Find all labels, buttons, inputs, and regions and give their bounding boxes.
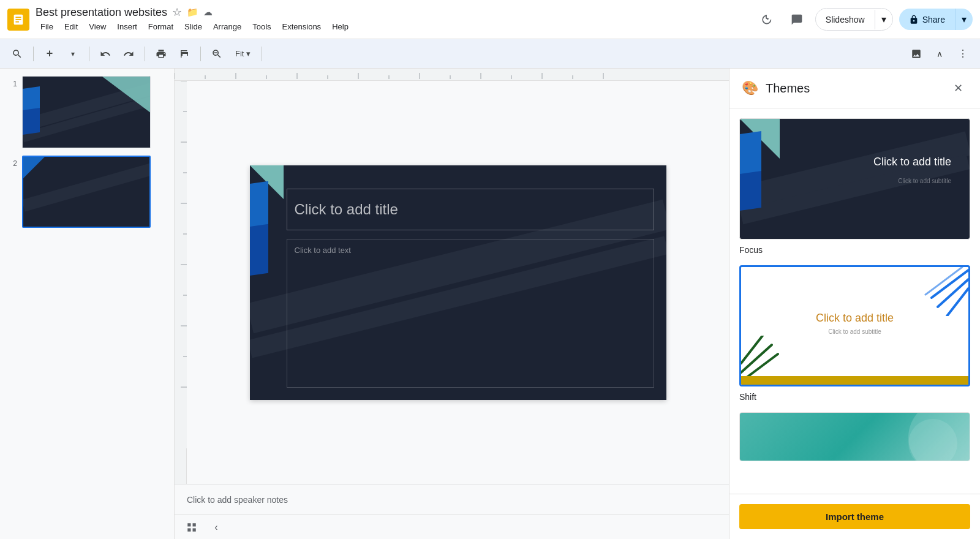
header: Best presentation websites ☆ 📁 ☁ File Ed… <box>0 0 980 39</box>
separator-2 <box>89 47 89 61</box>
star-icon[interactable]: ☆ <box>172 6 182 19</box>
collapse-button[interactable]: ∧ <box>930 44 949 64</box>
menu-view[interactable]: View <box>84 20 111 33</box>
header-right: Slideshow ▾ Share ▾ <box>754 7 973 32</box>
notes-bar[interactable]: Click to add speaker notes <box>175 484 729 514</box>
slide-canvas[interactable]: Click to add title Click to add text <box>250 165 666 400</box>
zoom-selector[interactable]: Fit ▾ <box>230 47 255 61</box>
menu-file[interactable]: File <box>36 20 58 33</box>
doc-title: Best presentation websites ☆ 📁 ☁ <box>36 6 353 19</box>
grid-view-button[interactable] <box>182 518 202 537</box>
share-button-group: Share ▾ <box>899 9 973 30</box>
theme-item-focus[interactable]: Click to add title Click to add subtitle… <box>739 118 970 255</box>
zoom-label: Fit <box>235 49 244 58</box>
menu-format[interactable]: Format <box>143 20 178 33</box>
zoom-dropdown-button[interactable]: ▾ <box>63 44 83 64</box>
themes-header: 🎨 Themes ✕ <box>729 69 980 108</box>
app-icon <box>7 9 29 31</box>
slideshow-button-group: Slideshow ▾ <box>815 8 893 31</box>
themes-title: Themes <box>766 81 941 96</box>
slide-title-box[interactable]: Click to add title <box>287 189 654 230</box>
ruler-vertical <box>175 81 187 484</box>
paint-format-button[interactable] <box>175 44 194 64</box>
undo-button[interactable] <box>96 44 115 64</box>
menu-help[interactable]: Help <box>327 20 353 33</box>
menu-tools[interactable]: Tools <box>247 20 276 33</box>
separator-3 <box>145 47 145 61</box>
slide-title-text: Click to add title <box>295 201 398 218</box>
themes-panel: 🎨 Themes ✕ <box>729 69 980 539</box>
toolbar: + ▾ Fit ▾ ∧ ⋮ <box>0 39 980 69</box>
notes-text: Click to add speaker notes <box>187 495 288 505</box>
slideshow-main-button[interactable]: Slideshow <box>816 10 875 29</box>
bottom-bar: ‹ <box>175 514 729 539</box>
insert-image-button[interactable] <box>907 44 926 64</box>
zoom-out-button[interactable] <box>207 44 227 64</box>
menu-arrange[interactable]: Arrange <box>208 20 246 33</box>
svg-rect-10 <box>23 108 40 135</box>
svg-rect-47 <box>250 224 268 275</box>
focus-theme-subtitle: Click to add subtitle <box>898 178 951 184</box>
slide-body-text: Click to add text <box>295 246 352 255</box>
themes-close-button[interactable]: ✕ <box>948 78 968 98</box>
theme-preview-coral <box>739 412 970 461</box>
themes-footer: Import theme <box>729 494 980 539</box>
theme-preview-focus: Click to add title Click to add subtitle <box>739 118 970 239</box>
slide-num-2: 2 <box>6 156 17 168</box>
ruler-horizontal <box>175 69 729 81</box>
menu-bar: File Edit View Insert Format Slide Arran… <box>36 20 353 33</box>
search-button[interactable] <box>7 44 27 64</box>
share-label: Share <box>922 15 945 24</box>
slide-preview-1[interactable] <box>22 76 151 148</box>
theme-item-shift[interactable]: Click to add title Click to add subtitle… <box>739 265 970 402</box>
slide-thumbnail-2[interactable]: 2 <box>5 154 169 229</box>
theme-preview-shift: Click to add title Click to add subtitle <box>739 265 970 386</box>
separator-1 <box>33 47 34 61</box>
share-main-button[interactable]: Share <box>899 10 955 29</box>
focus-theme-title: Click to add title <box>873 156 951 168</box>
slide-canvas-area: Click to add title Click to add text Cli… <box>175 69 729 539</box>
themes-list: Click to add title Click to add subtitle… <box>729 108 980 494</box>
zoom-in-button[interactable]: + <box>40 44 59 64</box>
zoom-arrow-icon: ▾ <box>246 49 251 58</box>
main-content: 1 2 <box>0 69 980 539</box>
slide-panel: 1 2 <box>0 69 175 539</box>
focus-theme-name: Focus <box>739 245 763 255</box>
slideshow-dropdown-button[interactable]: ▾ <box>875 9 892 30</box>
separator-5 <box>262 47 262 61</box>
svg-rect-3 <box>15 21 19 22</box>
menu-edit[interactable]: Edit <box>59 20 83 33</box>
slide-thumbnail-1[interactable]: 1 <box>5 75 169 149</box>
slide-preview-2[interactable] <box>22 156 151 228</box>
slide-wrapper[interactable]: Click to add title Click to add text <box>187 81 729 484</box>
slide-num-1: 1 <box>6 76 17 88</box>
more-options-button[interactable]: ⋮ <box>953 44 973 64</box>
shift-theme-title: Click to add title <box>816 312 894 325</box>
svg-rect-14 <box>175 69 729 79</box>
doc-title-text[interactable]: Best presentation websites <box>36 6 167 19</box>
toolbar-right: ∧ ⋮ <box>907 44 973 64</box>
comments-button[interactable] <box>785 7 809 32</box>
menu-slide[interactable]: Slide <box>179 20 207 33</box>
slide-body-box[interactable]: Click to add text <box>287 239 654 388</box>
theme-item-coral[interactable] <box>739 412 970 461</box>
svg-rect-1 <box>15 17 21 18</box>
separator-4 <box>200 47 201 61</box>
menu-extensions[interactable]: Extensions <box>277 20 326 33</box>
history-button[interactable] <box>754 7 778 32</box>
redo-button[interactable] <box>119 44 138 64</box>
folder-icon[interactable]: 📁 <box>187 7 198 18</box>
share-dropdown-button[interactable]: ▾ <box>955 9 973 30</box>
cloud-icon[interactable]: ☁ <box>203 7 213 18</box>
shift-theme-name: Shift <box>739 392 756 402</box>
menu-insert[interactable]: Insert <box>112 20 142 33</box>
title-area: Best presentation websites ☆ 📁 ☁ File Ed… <box>36 6 353 33</box>
import-theme-button[interactable]: Import theme <box>739 504 970 529</box>
collapse-panel-button[interactable]: ‹ <box>206 518 226 537</box>
svg-rect-2 <box>15 19 21 20</box>
svg-rect-53 <box>740 171 761 211</box>
palette-icon: 🎨 <box>742 80 758 96</box>
svg-line-60 <box>741 336 763 363</box>
print-button[interactable] <box>151 44 171 64</box>
shift-theme-subtitle: Click to add subtitle <box>816 328 894 335</box>
